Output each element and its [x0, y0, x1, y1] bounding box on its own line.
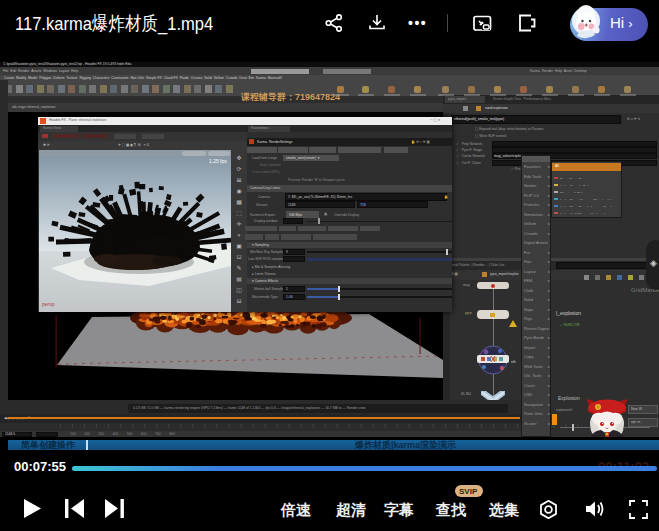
svg-text:persp: persp [42, 301, 55, 307]
svg-text:1.25 fps: 1.25 fps [209, 158, 227, 164]
